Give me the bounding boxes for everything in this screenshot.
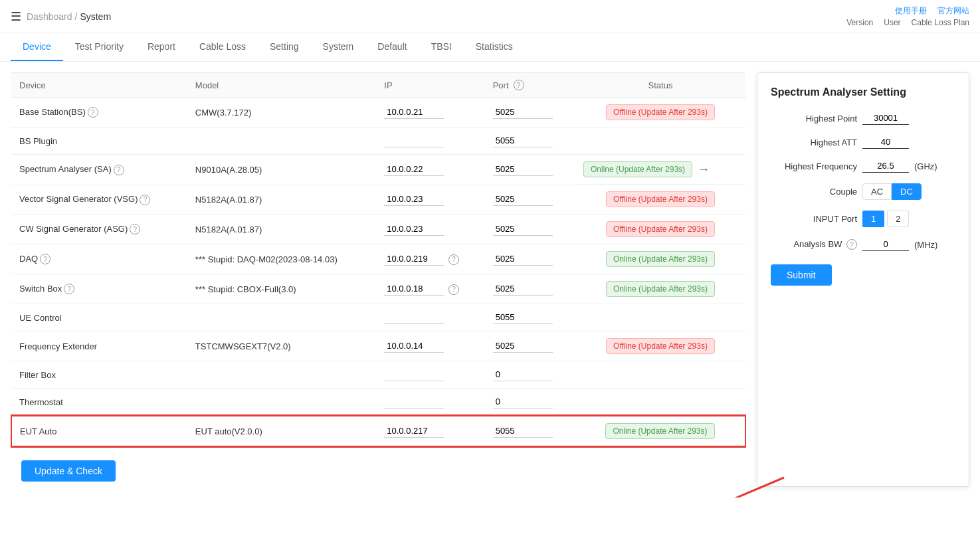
- fe-ip-input[interactable]: [384, 339, 444, 353]
- cell-ip: [376, 155, 484, 185]
- port-help-icon[interactable]: ?: [514, 80, 524, 90]
- bs-port-input[interactable]: [493, 106, 553, 119]
- sa-ip-input[interactable]: [384, 163, 444, 176]
- bsplugin-port-input[interactable]: [493, 134, 553, 147]
- sa-highest-att-input[interactable]: [862, 136, 909, 149]
- daq-ip-input[interactable]: [384, 252, 444, 266]
- cell-device: BS Plugin: [11, 128, 187, 155]
- bsplugin-ip-input[interactable]: [384, 134, 444, 147]
- status-badge: Online (Update After 293s): [605, 423, 714, 439]
- couple-dc-button[interactable]: DC: [892, 183, 922, 200]
- thermo-port-input[interactable]: [493, 395, 553, 409]
- port-2-button[interactable]: 2: [887, 211, 909, 227]
- breadcrumb-dashboard[interactable]: Dashboard: [27, 11, 72, 22]
- tab-report[interactable]: Report: [136, 33, 187, 61]
- status-badge: Offline (Update After 293s): [606, 104, 715, 120]
- asg-help-icon[interactable]: ?: [130, 224, 140, 234]
- cell-status: Offline (Update After 293s): [575, 98, 745, 128]
- sa-port-input[interactable]: [493, 163, 553, 176]
- status-badge: Online (Update After 293s): [583, 161, 692, 177]
- table-row: EUT Auto EUT auto(V2.0.0) Online (Update…: [11, 416, 745, 446]
- cell-model: *** Stupid: CBOX-Full(3.0): [187, 274, 376, 304]
- cell-ip: [376, 215, 484, 244]
- switchbox-ip-help-icon[interactable]: ?: [448, 284, 459, 295]
- cell-port: [485, 389, 575, 416]
- port-buttons: 1 2: [862, 211, 909, 227]
- asg-ip-input[interactable]: [384, 223, 444, 236]
- daq-ip-help-icon[interactable]: ?: [448, 254, 459, 265]
- top-bar-right: 使用手册 官方网站 Version User Cable Loss Plan: [846, 5, 969, 27]
- website-link[interactable]: 官方网站: [937, 5, 969, 17]
- sa-highest-freq-input[interactable]: [862, 159, 909, 173]
- tab-test-priority[interactable]: Test Priority: [63, 33, 136, 61]
- sa-analysis-bw-input[interactable]: [862, 238, 909, 251]
- vsg-port-input[interactable]: [493, 193, 553, 206]
- sa-analysis-bw-field: Analysis BW ? (MHz): [771, 238, 955, 251]
- switchbox-ip-input[interactable]: [384, 282, 444, 296]
- bs-ip-input[interactable]: [384, 106, 444, 119]
- cell-ip: [376, 98, 484, 128]
- ue-ip-input[interactable]: [384, 311, 444, 324]
- filterbox-port-input[interactable]: [493, 368, 553, 381]
- cell-model: [187, 389, 376, 416]
- ue-port-input[interactable]: [493, 311, 553, 324]
- cell-model: TSTCMWSGEXT7(V2.0): [187, 331, 376, 361]
- sa-highest-freq-label: Highest Frequency: [771, 161, 857, 171]
- hamburger-icon[interactable]: ☰: [11, 9, 21, 24]
- sa-input-port-field: INPUT Port 1 2: [771, 211, 955, 227]
- tab-statistics[interactable]: Statistics: [464, 33, 525, 61]
- bs-help-icon[interactable]: ?: [88, 107, 98, 118]
- sa-help-icon[interactable]: ?: [114, 165, 124, 175]
- manual-link[interactable]: 使用手册: [895, 5, 927, 17]
- cell-ip: [376, 416, 484, 446]
- cell-device: EUT Auto: [11, 416, 187, 446]
- cell-port: [485, 215, 575, 244]
- daq-help-icon[interactable]: ?: [40, 254, 50, 264]
- cell-port: [485, 416, 575, 446]
- status-badge: Online (Update After 293s): [606, 281, 715, 297]
- tab-system[interactable]: System: [311, 33, 366, 61]
- table-row: Thermostat: [11, 389, 745, 416]
- sa-highest-point-label: Highest Point: [771, 114, 857, 124]
- table-row: Filter Box: [11, 361, 745, 389]
- daq-port-input[interactable]: [493, 252, 553, 266]
- thermo-ip-input[interactable]: [384, 395, 444, 409]
- port-1-button[interactable]: 1: [862, 211, 884, 227]
- cell-device: Thermostat: [11, 389, 187, 416]
- analysis-bw-help-icon[interactable]: ?: [846, 239, 857, 250]
- user-label: User: [884, 18, 900, 27]
- couple-ac-button[interactable]: AC: [862, 183, 892, 200]
- col-status: Status: [575, 73, 745, 98]
- cell-ip: [376, 128, 484, 155]
- tab-device[interactable]: Device: [11, 33, 63, 61]
- cell-ip: [376, 389, 484, 416]
- status-badge: Online (Update After 293s): [606, 251, 715, 267]
- tab-setting[interactable]: Setting: [258, 33, 311, 61]
- eut-port-input[interactable]: [493, 424, 553, 438]
- version-label: Version: [846, 18, 873, 27]
- cell-device: Frequency Extender: [11, 331, 187, 361]
- cell-device: Switch Box?: [11, 274, 187, 304]
- table-row: Base Station(BS)? CMW(3.7.172) Offline (…: [11, 98, 745, 128]
- cell-port: [485, 274, 575, 304]
- asg-port-input[interactable]: [493, 223, 553, 236]
- cell-model: N9010A(A.28.05): [187, 155, 376, 185]
- fe-port-input[interactable]: [493, 339, 553, 353]
- sa-submit-button[interactable]: Submit: [771, 264, 832, 286]
- update-check-button[interactable]: Update & Check: [21, 460, 116, 482]
- tab-cable-loss[interactable]: Cable Loss: [187, 33, 258, 61]
- table-row: Spectrum Analyser (SA)? N9010A(A.28.05) …: [11, 155, 745, 185]
- tab-tbsi[interactable]: TBSI: [419, 33, 464, 61]
- vsg-help-icon[interactable]: ?: [140, 195, 150, 205]
- sa-highest-point-input[interactable]: [862, 112, 909, 125]
- tab-default[interactable]: Default: [365, 33, 419, 61]
- vsg-ip-input[interactable]: [384, 193, 444, 206]
- status-badge: Offline (Update After 293s): [606, 191, 715, 207]
- filterbox-ip-input[interactable]: [384, 368, 444, 381]
- switchbox-help-icon[interactable]: ?: [64, 284, 74, 294]
- cell-device: Vector Signal Generator (VSG)?: [11, 185, 187, 215]
- switchbox-port-input[interactable]: [493, 282, 553, 296]
- update-section: Update & Check: [11, 455, 746, 487]
- eut-ip-input[interactable]: [384, 424, 444, 438]
- top-bar: ☰ Dashboard / System 使用手册 官方网站 Version U…: [0, 0, 980, 33]
